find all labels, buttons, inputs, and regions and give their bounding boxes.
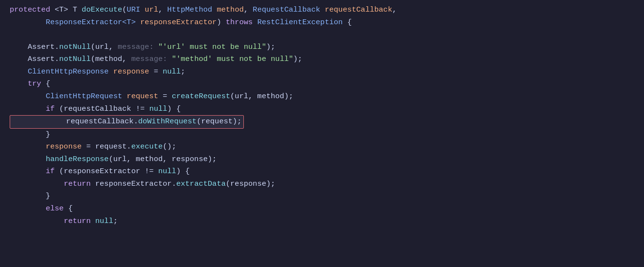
code-token: { — [343, 16, 352, 29]
code-line: Assert.notNull(method, message: "'method… — [10, 53, 634, 66]
code-token: handleResponse — [10, 153, 109, 166]
code-line: ClientHttpResponse response = null; — [10, 66, 634, 78]
code-token: ; — [113, 215, 118, 228]
code-editor: protected <T> T doExecute(URI url, HttpM… — [0, 0, 644, 267]
code-token: { — [41, 78, 50, 90]
code-token — [10, 203, 45, 215]
code-token: createRequest — [172, 90, 230, 103]
code-line: handleResponse(url, method, response); — [10, 153, 634, 166]
code-token: , — [392, 4, 397, 16]
code-token — [10, 103, 45, 116]
code-token: if — [45, 165, 55, 178]
code-line: } — [10, 190, 634, 203]
code-token: <T> T — [55, 4, 82, 16]
code-line: } — [10, 129, 634, 141]
code-token: null — [163, 66, 180, 78]
code-token: try — [10, 78, 41, 90]
code-token: null — [149, 103, 167, 116]
code-token: RequestCallback — [253, 4, 325, 16]
code-line: Assert.notNull(url, message: "'url' must… — [10, 41, 634, 54]
code-token: , — [158, 4, 167, 16]
code-token: doExecute — [82, 4, 122, 16]
code-token: responseExtractor — [140, 16, 217, 29]
code-token: null — [95, 215, 113, 228]
code-token: else — [45, 203, 63, 215]
code-token: } — [10, 190, 50, 203]
code-token — [10, 215, 64, 228]
code-token: notNull — [59, 41, 90, 54]
code-token: "'method' must not be null" — [172, 53, 293, 66]
code-token — [10, 165, 45, 178]
code-token: ); — [293, 53, 302, 66]
code-token: response — [113, 66, 149, 78]
code-token: ) — [217, 16, 226, 29]
code-line: try { — [10, 78, 634, 90]
code-token: message: — [131, 53, 172, 66]
code-token: , — [244, 4, 253, 16]
code-line — [10, 29, 634, 41]
code-token: ResponseExtractor — [10, 16, 122, 29]
code-line: requestCallback.doWithRequest(request); — [10, 115, 634, 129]
code-line: ResponseExtractor<T> responseExtractor) … — [10, 16, 634, 29]
code-token: (url, method, response); — [109, 153, 217, 166]
code-token: (response); — [226, 178, 275, 191]
code-token: requestCallback — [325, 4, 392, 16]
code-token: URI — [127, 4, 145, 16]
code-token: message: — [118, 41, 158, 54]
code-token: return — [64, 215, 95, 228]
code-token: notNull — [59, 53, 90, 66]
code-token: response — [10, 141, 82, 153]
code-token: ); — [266, 41, 275, 54]
code-token: } — [10, 129, 50, 141]
code-token: (url, — [90, 41, 118, 54]
code-token: "'url' must not be null" — [158, 41, 266, 54]
code-token: Assert. — [10, 41, 59, 54]
code-line: if (requestCallback != null) { — [10, 103, 634, 116]
code-token: = request. — [82, 141, 131, 153]
code-token: HttpMethod — [167, 4, 217, 16]
code-token: request — [127, 90, 158, 103]
code-token: = — [149, 66, 163, 78]
code-token: url — [145, 4, 158, 16]
code-token: responseExtractor. — [95, 178, 176, 191]
code-line: return null; — [10, 215, 634, 228]
code-token: if — [45, 103, 55, 116]
code-token: { — [64, 203, 73, 215]
code-token: method — [217, 4, 244, 16]
code-token: extractData — [176, 178, 225, 191]
code-token: (requestCallback != — [55, 103, 149, 116]
code-token: Assert. — [10, 53, 59, 66]
code-token: = — [158, 90, 172, 103]
code-line: protected <T> T doExecute(URI url, HttpM… — [10, 4, 634, 16]
code-token: ClientHttpRequest — [10, 90, 127, 103]
code-token: (); — [163, 141, 176, 153]
code-token: doWithRequest — [138, 117, 196, 126]
code-token: protected — [10, 4, 55, 16]
code-token: (method, — [90, 53, 131, 66]
code-line: response = request.execute(); — [10, 141, 634, 153]
code-token: (responseExtractor != — [55, 165, 158, 178]
code-token: RestClientException — [257, 16, 343, 29]
code-line: if (responseExtractor != null) { — [10, 165, 634, 178]
code-token: null — [158, 165, 176, 178]
code-token: ; — [180, 66, 185, 78]
code-token: return — [64, 178, 95, 191]
code-line: else { — [10, 203, 634, 215]
code-token: <T> — [122, 16, 140, 29]
code-token: (url, method); — [230, 90, 293, 103]
code-line: return responseExtractor.extractData(res… — [10, 178, 634, 191]
code-token: ) { — [176, 165, 190, 178]
code-token: execute — [131, 141, 163, 153]
code-token: throws — [226, 16, 257, 29]
code-token: ( — [122, 4, 127, 16]
code-token: (request); — [196, 117, 241, 126]
code-token: ) { — [167, 103, 181, 116]
code-token — [10, 178, 64, 191]
code-line: ClientHttpRequest request = createReques… — [10, 90, 634, 103]
code-token: requestCallback. — [12, 117, 138, 126]
code-token: ClientHttpResponse — [10, 66, 113, 78]
